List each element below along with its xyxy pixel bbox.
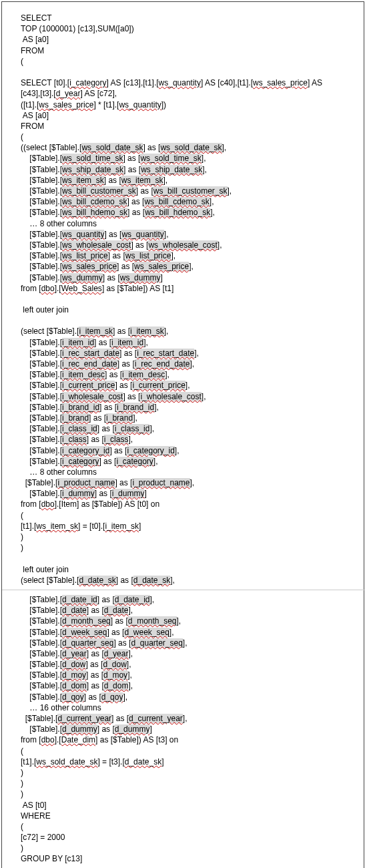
- code-line: [$Table].[d_current_year] as [d_current_…: [21, 713, 352, 724]
- code-line: ): [21, 542, 352, 553]
- blank-line: [21, 553, 352, 564]
- code-line: [c43],[t3].[d_year] AS [c72],: [21, 88, 352, 99]
- blank-line: [21, 294, 352, 304]
- code-line: from [dbo].[Item] as [$Table]) AS [t0] o…: [21, 499, 352, 509]
- code-line: [$Table].[d_moy] as [d_moy],: [21, 670, 352, 680]
- code-line: [$Table].[ws_wholesale_cost] as [ws_whol…: [21, 240, 352, 250]
- code-line: [$Table].[i_category_id] as [i_category_…: [21, 445, 352, 456]
- code-line: [t1].[ws_sold_date_sk] = [t3].[d_date_sk…: [21, 756, 352, 767]
- code-line: [$Table].[d_dom] as [d_dom],: [21, 680, 352, 691]
- code-line: [$Table].[i_brand_id] as [i_brand_id],: [21, 402, 352, 413]
- code-line: AS [a0]: [21, 34, 352, 45]
- code-line: ): [21, 767, 352, 778]
- code-line: TOP (1000001) [c13],SUM([a0]): [21, 23, 352, 34]
- code-line: [$Table].[i_dummy] as [i_dummy]: [21, 488, 352, 499]
- code-line: [$Table].[ws_quantity] as [ws_quantity],: [21, 229, 352, 240]
- code-line: left outer join: [21, 564, 352, 575]
- code-line: [$Table].[ws_bill_hdemo_sk] as [ws_bill_…: [21, 207, 352, 218]
- code-line: FROM: [21, 45, 352, 56]
- code-line: [$Table].[ws_list_price] as [ws_list_pri…: [21, 250, 352, 261]
- code-line: AS [t0]: [21, 800, 352, 811]
- code-line: [$Table].[ws_dummy] as [ws_dummy]: [21, 272, 352, 283]
- code-line: [$Table].[ws_bill_cdemo_sk] as [ws_bill_…: [21, 196, 352, 207]
- code-line: (: [21, 821, 352, 832]
- code-line: ((select [$Table].[ws_sold_date_sk] as […: [21, 142, 352, 153]
- code-line: ): [21, 531, 352, 542]
- code-line: [$Table].[d_dow] as [d_dow],: [21, 659, 352, 670]
- code-line: (select [$Table].[i_item_sk] as [i_item_…: [21, 326, 352, 337]
- code-line: ): [21, 789, 352, 799]
- code-line: SELECT [t0].[i_category] AS [c13],[t1].[…: [21, 77, 352, 88]
- code-line: [$Table].[i_product_name] as [i_product_…: [21, 477, 352, 488]
- code-line: [$Table].[d_year] as [d_year],: [21, 648, 352, 659]
- code-line: [$Table].[d_date] as [d_date],: [21, 605, 352, 616]
- code-line: [$Table].[d_quarter_seq] as [d_quarter_s…: [21, 638, 352, 648]
- code-line: … 8 other columns: [21, 467, 352, 477]
- code-line: [$Table].[i_wholesale_cost] as [i_wholes…: [21, 391, 352, 402]
- code-line: [$Table].[i_item_id] as [i_item_id],: [21, 337, 352, 348]
- code-line: from [dbo].[Web_Sales] as [$Table]) AS […: [21, 283, 352, 294]
- code-line: [$Table].[ws_ship_date_sk] as [ws_ship_d…: [21, 164, 352, 175]
- code-line: ): [21, 843, 352, 853]
- blank-line: [21, 315, 352, 326]
- code-line: ): [21, 778, 352, 789]
- code-line: [$Table].[i_current_price] as [i_current…: [21, 380, 352, 391]
- code-line: [$Table].[i_category] as [i_category],: [21, 456, 352, 467]
- code-line: [$Table].[i_brand] as [i_brand],: [21, 413, 352, 423]
- code-line: [c72] = 2000: [21, 832, 352, 843]
- code-line: ([t1].[ws_sales_price] * [t1].[ws_quanti…: [21, 99, 352, 110]
- code-line: WHERE: [21, 811, 352, 821]
- code-line: [$Table].[ws_item_sk] as [ws_item_sk],: [21, 175, 352, 186]
- code-line: [$Table].[ws_sales_price] as [ws_sales_p…: [21, 261, 352, 272]
- code-line: [t1].[ws_item_sk] = [t0].[i_item_sk]: [21, 521, 352, 531]
- code-line: AS [a0]: [21, 110, 352, 121]
- sql-document-page: SELECTTOP (1000001) [c13],SUM([a0]) AS […: [1, 1, 364, 868]
- code-line: (select [$Table].[d_date_sk] as [d_date_…: [21, 575, 352, 586]
- page-separator: [2, 590, 365, 590]
- code-line: [$Table].[ws_sold_time_sk] as [ws_sold_t…: [21, 153, 352, 164]
- code-line: [$Table].[i_class] as [i_class],: [21, 434, 352, 445]
- code-line: [$Table].[i_class_id] as [i_class_id],: [21, 423, 352, 434]
- code-line: [$Table].[d_dummy] as [d_dummy]: [21, 724, 352, 734]
- code-line: SELECT: [21, 13, 352, 23]
- code-line: left outer join: [21, 304, 352, 315]
- code-line: [$Table].[d_date_id] as [d_date_id],: [21, 594, 352, 605]
- code-line: [$Table].[d_week_seq] as [d_week_seq],: [21, 627, 352, 638]
- code-line: [$Table].[i_rec_end_date] as [i_rec_end_…: [21, 359, 352, 369]
- code-line: [$Table].[ws_bill_customer_sk] as [ws_bi…: [21, 186, 352, 196]
- code-line: [$Table].[i_rec_start_date] as [i_rec_st…: [21, 348, 352, 359]
- code-line: from [dbo].[Date_dim] as [$Table]) AS [t…: [21, 734, 352, 745]
- code-line: FROM: [21, 121, 352, 132]
- code-line: (: [21, 56, 352, 67]
- code-line: … 16 other columns: [21, 702, 352, 713]
- blank-line: [21, 67, 352, 77]
- code-line: (: [21, 746, 352, 756]
- code-line: [$Table].[d_month_seq] as [d_month_seq],: [21, 616, 352, 626]
- code-line: [$Table].[i_item_desc] as [i_item_desc],: [21, 369, 352, 380]
- code-line: (: [21, 510, 352, 521]
- code-line: [$Table].[d_qoy] as [d_qoy],: [21, 692, 352, 702]
- code-line: GROUP BY [c13]: [21, 853, 352, 864]
- code-line: … 8 other columns: [21, 218, 352, 229]
- code-line: (: [21, 132, 352, 142]
